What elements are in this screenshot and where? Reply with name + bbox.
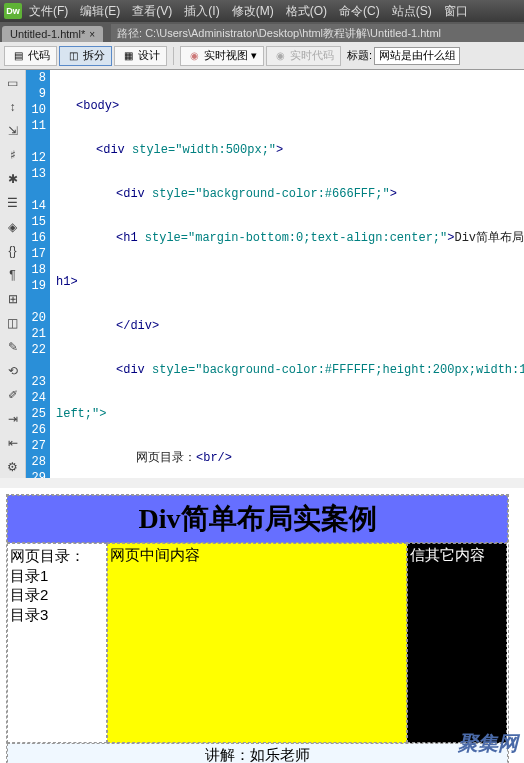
design-label: 设计 xyxy=(138,48,160,63)
code-icon: ▤ xyxy=(11,49,25,63)
balance-braces-icon[interactable]: ✱ xyxy=(4,170,22,188)
indent-icon[interactable]: ⇥ xyxy=(4,410,22,428)
menu-site[interactable]: 站点(S) xyxy=(387,1,437,22)
word-wrap-icon[interactable]: ¶ xyxy=(4,266,22,284)
split-view-button[interactable]: ◫ 拆分 xyxy=(59,46,112,66)
watermark: 聚集网 xyxy=(458,730,518,757)
path-label: 路径: xyxy=(117,26,142,41)
tab-document[interactable]: Untitled-1.html* × xyxy=(2,26,103,42)
recent-snippets-icon[interactable]: ✐ xyxy=(4,386,22,404)
app-logo: Dw xyxy=(4,3,22,19)
menu-insert[interactable]: 插入(I) xyxy=(179,1,224,22)
split-icon: ◫ xyxy=(66,49,80,63)
design-icon: ▦ xyxy=(121,49,135,63)
code-label: 代码 xyxy=(28,48,50,63)
outdent-icon[interactable]: ⇤ xyxy=(4,434,22,452)
collapse-icon[interactable]: ↕ xyxy=(4,98,22,116)
design-view-button[interactable]: ▦ 设计 xyxy=(114,46,167,66)
menu-view[interactable]: 查看(V) xyxy=(127,1,177,22)
code-content[interactable]: <body> <div style="width:500px;"> <div s… xyxy=(50,70,524,478)
menu-format[interactable]: 格式(O) xyxy=(281,1,332,22)
menu-bar: Dw 文件(F) 编辑(E) 查看(V) 插入(I) 修改(M) 格式(O) 命… xyxy=(0,0,524,22)
syntax-icon[interactable]: {} xyxy=(4,242,22,260)
live-code-icon: ◉ xyxy=(273,49,287,63)
title-input[interactable] xyxy=(374,47,460,65)
menu-window[interactable]: 窗口 xyxy=(439,1,473,22)
title-label: 标题: xyxy=(347,48,372,63)
split-label: 拆分 xyxy=(83,48,105,63)
menu-modify[interactable]: 修改(M) xyxy=(227,1,279,22)
preview-container: Div简单布局实案例 网页目录： 目录1 目录2 目录3 网页中间内容 信其它内… xyxy=(6,494,509,763)
wrap-tag-icon[interactable]: ⟲ xyxy=(4,362,22,380)
select-parent-icon[interactable]: ♯ xyxy=(4,146,22,164)
editor-area: ▭ ↕ ⇲ ♯ ✱ ☰ ◈ {} ¶ ⊞ ◫ ✎ ⟲ ✐ ⇥ ⇤ ⚙ 8910 … xyxy=(0,70,524,478)
live-view-label: 实时视图 xyxy=(204,48,248,63)
preview-right-column: 信其它内容 xyxy=(407,543,507,743)
live-code-button[interactable]: ◉ 实时代码 xyxy=(266,46,341,66)
tab-bar: Untitled-1.html* × 路径: C:\Users\Administ… xyxy=(0,22,524,42)
design-preview[interactable]: Div简单布局实案例 网页目录： 目录1 目录2 目录3 网页中间内容 信其它内… xyxy=(0,488,524,763)
live-view-button[interactable]: ◉ 实时视图 ▾ xyxy=(180,46,264,66)
menu-edit[interactable]: 编辑(E) xyxy=(75,1,125,22)
highlight-icon[interactable]: ◈ xyxy=(4,218,22,236)
tab-title: Untitled-1.html* xyxy=(10,28,85,40)
expand-icon[interactable]: ⇲ xyxy=(4,122,22,140)
preview-left-column: 网页目录： 目录1 目录2 目录3 xyxy=(7,543,107,743)
code-view-button[interactable]: ▤ 代码 xyxy=(4,46,57,66)
code-navigator-icon[interactable]: ◫ xyxy=(4,314,22,332)
reference-icon[interactable]: ⊞ xyxy=(4,290,22,308)
open-documents-icon[interactable]: ▭ xyxy=(4,74,22,92)
comment-icon[interactable]: ✎ xyxy=(4,338,22,356)
close-icon[interactable]: × xyxy=(89,29,95,40)
live-code-label: 实时代码 xyxy=(290,48,334,63)
line-numbers-icon[interactable]: ☰ xyxy=(4,194,22,212)
document-toolbar: ▤ 代码 ◫ 拆分 ▦ 设计 ◉ 实时视图 ▾ ◉ 实时代码 标题: xyxy=(0,42,524,70)
path-bar: 路径: C:\Users\Administrator\Desktop\html教… xyxy=(111,24,524,42)
line-gutter: 8910 1112 1314 151617 1819 202122 2324 2… xyxy=(26,70,50,478)
menu-file[interactable]: 文件(F) xyxy=(24,1,73,22)
preview-header: Div简单布局实案例 xyxy=(7,495,508,543)
chevron-down-icon: ▾ xyxy=(251,49,257,62)
code-toolbar: ▭ ↕ ⇲ ♯ ✱ ☰ ◈ {} ¶ ⊞ ◫ ✎ ⟲ ✐ ⇥ ⇤ ⚙ xyxy=(0,70,26,478)
format-icon[interactable]: ⚙ xyxy=(4,458,22,476)
separator xyxy=(173,47,174,65)
preview-middle-column: 网页中间内容 xyxy=(107,543,407,743)
live-view-icon: ◉ xyxy=(187,49,201,63)
code-editor[interactable]: 8910 1112 1314 151617 1819 202122 2324 2… xyxy=(26,70,524,478)
menu-command[interactable]: 命令(C) xyxy=(334,1,385,22)
preview-footer: 讲解：如乐老师 xyxy=(7,743,508,763)
path-value: C:\Users\Administrator\Desktop\html教程讲解\… xyxy=(145,26,441,41)
